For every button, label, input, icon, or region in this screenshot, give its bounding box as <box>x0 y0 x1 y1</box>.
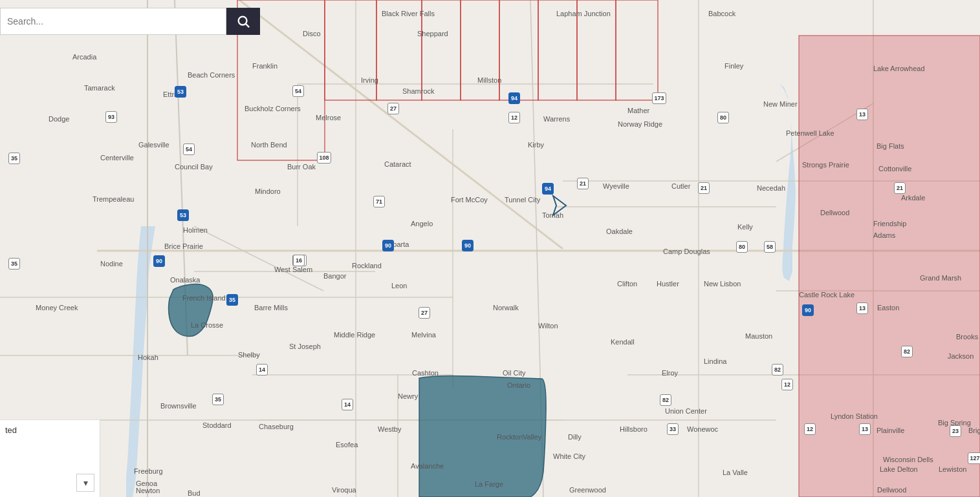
shield-s12c: 12 <box>781 379 793 390</box>
map-label-tamarack: Tamarack <box>84 84 115 92</box>
map-label-kelly: Kelly <box>737 223 753 231</box>
shield-s80b: 80 <box>736 241 748 253</box>
map-label-big-flats: Big Flats <box>877 142 904 150</box>
map-label-millston: Millston <box>477 76 501 84</box>
map-label-norway-ridge: Norway Ridge <box>618 120 662 128</box>
map-label-middle-ridge: Middle Ridge <box>334 331 375 339</box>
map-label-stoddard: Stoddard <box>202 421 232 429</box>
panel-text: ted <box>5 425 94 471</box>
map-label-brooks: Brooks <box>956 333 978 341</box>
map-label-burr-oak: Burr Oak <box>287 163 316 171</box>
svg-marker-35 <box>553 196 566 215</box>
shield-i90b: 90 <box>382 240 394 251</box>
map-label-bud: Bud <box>188 489 201 497</box>
map-label-mather: Mather <box>627 107 649 114</box>
map-label-warrens: Warrens <box>543 115 570 123</box>
map-label-ontario: Ontario <box>507 381 530 389</box>
svg-rect-29 <box>461 0 499 100</box>
search-button[interactable] <box>226 8 260 35</box>
shield-s93: 93 <box>105 111 117 123</box>
map-label-mauston: Mauston <box>745 332 772 340</box>
shield-s82b: 82 <box>772 364 783 375</box>
map-label-disco: Disco <box>303 30 321 37</box>
map-label-valley: Valley <box>523 433 541 441</box>
svg-point-36 <box>239 17 247 25</box>
map-label-brigg: Brigg <box>968 427 980 434</box>
map-label-dilly: Dilly <box>568 433 582 441</box>
map-label-shelby: Shelby <box>238 351 260 359</box>
svg-line-13 <box>530 0 543 497</box>
map-container: ArcadiaDodgeTamarackEttrickBeach Corners… <box>0 0 980 497</box>
svg-rect-31 <box>538 0 577 100</box>
map-label-la-farge: La Farge <box>475 480 503 488</box>
shield-i90: 90 <box>462 240 474 251</box>
shield-s23: 23 <box>950 425 961 437</box>
svg-rect-27 <box>376 0 422 100</box>
map-label-buckholz-corners: Buckholz Corners <box>245 105 301 112</box>
map-label-chaseburg: Chaseburg <box>259 423 294 430</box>
map-label-west-salem: West Salem <box>274 266 312 273</box>
map-label-strongs-prairie: Strongs Prairie <box>802 161 849 169</box>
map-label-melvina: Melvina <box>411 331 436 339</box>
map-label-tomah: Tomah <box>542 211 563 219</box>
map-label-lake-delton: Lake Delton <box>880 465 918 473</box>
map-label-bangor: Bangor <box>323 272 346 280</box>
shield-s82: 82 <box>660 394 671 406</box>
shield-s35: 35 <box>8 153 20 164</box>
shield-s35b: 35 <box>212 394 224 405</box>
map-label-kirby: Kirby <box>528 141 544 149</box>
search-input[interactable] <box>7 16 219 26</box>
shield-s13: 13 <box>856 109 868 120</box>
map-label-beach-corners: Beach Corners <box>188 71 235 79</box>
map-label-mindoro: Mindoro <box>255 187 281 195</box>
map-label-elroy: Elroy <box>662 369 678 377</box>
shield-s16: 16 <box>293 255 305 266</box>
map-label-clifton: Clifton <box>617 280 637 288</box>
map-label-angelo: Angelo <box>411 220 433 227</box>
map-label-dellwood: Dellwood <box>820 209 849 217</box>
map-label-hillsboro: Hillsboro <box>620 425 648 433</box>
shield-s21: 21 <box>698 182 710 194</box>
map-label-lapham-junction: Lapham Junction <box>556 10 611 17</box>
map-label-white-city: White City <box>553 452 585 460</box>
map-label-sheppard: Sheppard <box>417 30 448 37</box>
map-label-fort-mccoy: Fort McCoy <box>451 196 488 204</box>
map-label-onalaska: Onalaska <box>170 276 200 284</box>
map-label-avalanche: Avalanche <box>411 462 444 470</box>
map-label-rockland: Rockland <box>352 262 382 270</box>
map-label-lyndon-station: Lyndon Station <box>831 412 878 420</box>
map-label-petenwell-lake: Petenwell Lake <box>786 129 834 137</box>
map-label-dellwood2: Dellwood <box>877 486 906 494</box>
map-label-finley: Finley <box>724 62 743 70</box>
map-label-black-river-falls: Black River Falls <box>382 10 435 17</box>
map-label-money-creek: Money Creek <box>36 304 78 312</box>
map-label-freeburg: Freeburg <box>134 467 163 475</box>
map-label-wilton: Wilton <box>538 322 558 330</box>
map-label-lewiston: Lewiston <box>939 465 966 473</box>
chevron-button[interactable]: ▾ <box>76 474 94 492</box>
shield-s58: 58 <box>764 241 776 253</box>
map-label-french-island: French Island <box>182 294 226 302</box>
map-label-norwalk: Norwalk <box>493 304 519 312</box>
search-overlay <box>0 5 262 37</box>
map-label-arcadia: Arcadia <box>72 53 96 61</box>
svg-rect-32 <box>577 0 616 100</box>
map-label-newry: Newry <box>398 392 418 400</box>
shield-s13c: 13 <box>859 423 871 435</box>
map-label-new-miner: New Miner <box>763 100 798 108</box>
map-label-cottonville: Cottonville <box>878 165 911 173</box>
svg-rect-33 <box>616 0 658 100</box>
map-label-melrose: Melrose <box>316 114 341 122</box>
shield-s13b: 13 <box>856 302 868 314</box>
map-label-union-center: Union Center <box>665 407 707 415</box>
chevron-down-icon: ▾ <box>83 478 88 488</box>
map-label-irving: Irving <box>361 76 378 84</box>
map-label-la-crosse: La Crosse <box>191 321 223 329</box>
map-label-oakdale: Oakdale <box>606 227 633 235</box>
map-label-galesville: Galesville <box>138 141 169 149</box>
shield-s12b: 12 <box>804 423 816 435</box>
shield-s54b: 54 <box>183 143 195 155</box>
shield-s54: 54 <box>292 85 304 97</box>
svg-rect-0 <box>0 0 980 497</box>
svg-rect-30 <box>499 0 538 100</box>
